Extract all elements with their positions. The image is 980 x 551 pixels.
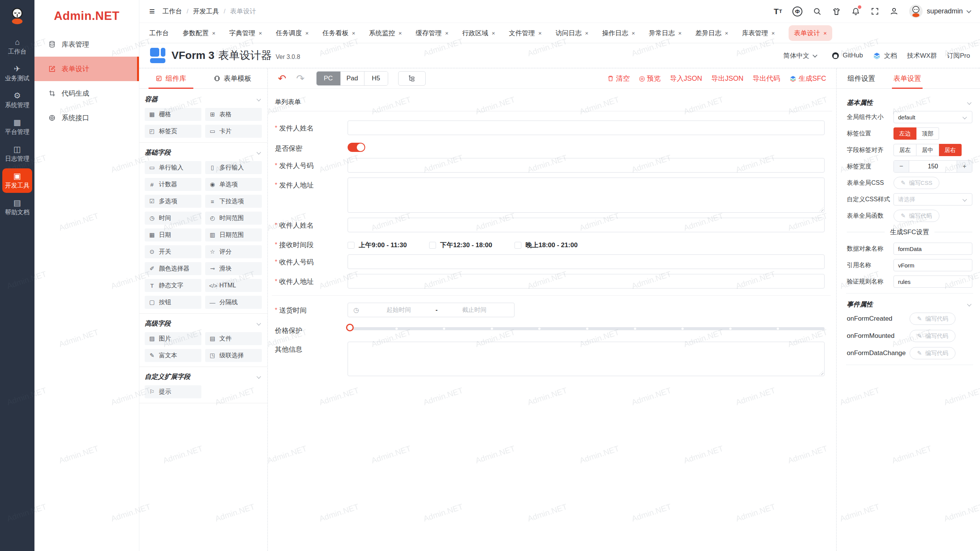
import-json-button[interactable]: 导入JSON: [670, 74, 702, 83]
data-object-name-input[interactable]: formData: [893, 243, 972, 255]
font-size-icon[interactable]: TT: [774, 7, 782, 16]
undo-icon[interactable]: ↶: [278, 73, 286, 83]
ref-name-input[interactable]: vForm: [893, 259, 972, 271]
field-receiver-name[interactable]: *收件人姓名: [275, 218, 831, 232]
close-icon[interactable]: ×: [399, 30, 402, 36]
tab-file-mgmt[interactable]: 文件管理×: [509, 29, 542, 37]
widget-file[interactable]: ▤文件: [205, 332, 262, 345]
github-link[interactable]: GitHub: [831, 52, 863, 60]
tab-system-monitor[interactable]: 系统监控×: [369, 29, 402, 37]
field-receiver-address[interactable]: *收件人地址: [275, 274, 831, 289]
field-sender-address[interactable]: *发件人地址: [275, 178, 831, 213]
section-custom-fields[interactable]: 自定义扩展字段: [145, 368, 262, 385]
widget-tabs[interactable]: ◰标签页: [145, 125, 201, 138]
close-icon[interactable]: ×: [725, 30, 728, 36]
tab-admin-region[interactable]: 行政区域×: [462, 29, 495, 37]
sender-phone-input[interactable]: [348, 158, 825, 173]
receiver-name-input[interactable]: [348, 218, 825, 232]
decrease-button[interactable]: −: [894, 161, 909, 172]
sidebar-item-api[interactable]: 系统接口: [34, 106, 139, 130]
widget-number[interactable]: #计数器: [145, 178, 201, 191]
edit-css-button[interactable]: ✎ 编写CSS: [893, 177, 939, 189]
close-icon[interactable]: ×: [823, 30, 827, 36]
close-icon[interactable]: ×: [352, 30, 355, 36]
edit-code-button[interactable]: ✎ 编写代码: [910, 347, 956, 359]
price-protection-slider[interactable]: [348, 322, 825, 337]
tab-form-settings[interactable]: 表单设置: [893, 68, 921, 88]
export-json-button[interactable]: 导出JSON: [711, 74, 743, 83]
profile-icon[interactable]: [890, 7, 898, 16]
sidebar-item-code-gen[interactable]: 代码生成: [34, 81, 139, 106]
field-price-protection[interactable]: 价格保护: [275, 322, 831, 337]
widget-checkbox[interactable]: ☑多选项: [145, 195, 201, 208]
wx-group-link[interactable]: 技术WX群: [907, 51, 937, 60]
widget-card[interactable]: ▭卡片: [205, 125, 262, 138]
sender-name-input[interactable]: [348, 121, 825, 135]
device-pad-button[interactable]: Pad: [340, 72, 364, 85]
tab-task-board[interactable]: 任务看板×: [322, 29, 355, 37]
tab-component-settings[interactable]: 组件设置: [848, 68, 875, 88]
slider-track[interactable]: [348, 327, 825, 330]
label-position-left-button[interactable]: 左边: [893, 127, 916, 140]
edit-code-button[interactable]: ✎ 编写代码: [893, 210, 939, 222]
tab-workbench[interactable]: 工作台: [149, 29, 169, 37]
field-delivery-time[interactable]: *送货时间 ◷ 起始时间 - 截止时间: [275, 303, 831, 317]
field-sender-phone[interactable]: *发件人号码: [275, 158, 831, 173]
rail-item-dev-tools[interactable]: ▣ 开发工具: [2, 168, 32, 193]
sidebar-item-db-tables[interactable]: 库表管理: [34, 32, 139, 57]
fullscreen-icon[interactable]: [871, 7, 879, 16]
section-basic-props[interactable]: 基本属性: [847, 94, 972, 111]
close-icon[interactable]: ×: [678, 30, 682, 36]
widget-date[interactable]: ▦日期: [145, 228, 201, 241]
field-sender-name[interactable]: *发件人姓名: [275, 121, 831, 135]
generate-sfc-button[interactable]: 生成SFC: [789, 74, 826, 83]
align-center-button[interactable]: 居中: [916, 144, 939, 156]
widget-radio[interactable]: ◉单选项: [205, 178, 262, 191]
tab-op-log[interactable]: 操作日志×: [602, 29, 635, 37]
tab-diff-log[interactable]: 差异日志×: [695, 29, 728, 37]
edit-code-button[interactable]: ✎ 编写代码: [910, 330, 956, 342]
tab-form-templates[interactable]: 表单模板: [214, 68, 252, 88]
subscribe-pro-link[interactable]: 订阅Pro: [947, 51, 970, 60]
checkbox-evening[interactable]: 晚上18:00 - 21:00: [514, 241, 578, 249]
widget-slider[interactable]: ⊸滑块: [205, 262, 262, 275]
widget-html[interactable]: </>HTML: [205, 279, 262, 292]
rail-item-workbench[interactable]: ⌂ 工作台: [2, 34, 32, 59]
receiver-phone-input[interactable]: [348, 254, 825, 269]
tab-db-tables[interactable]: 库表管理×: [742, 29, 775, 37]
widget-switch[interactable]: ⊙开关: [145, 245, 201, 258]
preview-button[interactable]: ◎ 预览: [639, 74, 661, 83]
rail-item-platform-mgmt[interactable]: ▦ 平台管理: [2, 115, 32, 139]
close-icon[interactable]: ×: [305, 30, 309, 36]
close-icon[interactable]: ×: [771, 30, 775, 36]
export-code-button[interactable]: 导出代码: [753, 74, 780, 83]
close-icon[interactable]: ×: [212, 30, 216, 36]
language-select[interactable]: 简体中文: [783, 51, 816, 60]
checkbox-morning[interactable]: 上午9:00 - 11:30: [348, 241, 407, 249]
docs-link[interactable]: 文档: [873, 51, 897, 60]
custom-css-select[interactable]: 请选择: [893, 193, 972, 205]
widget-input[interactable]: ▭单行输入: [145, 161, 201, 174]
sender-address-textarea[interactable]: [348, 178, 825, 213]
collapse-menu-icon[interactable]: ≡: [149, 7, 155, 16]
align-right-button[interactable]: 居右: [939, 144, 962, 156]
widget-divider[interactable]: —分隔线: [205, 296, 262, 309]
section-basic-fields[interactable]: 基础字段: [145, 143, 262, 161]
widget-time-range[interactable]: ◴时间范围: [205, 212, 262, 225]
widget-textarea[interactable]: ▯多行输入: [205, 161, 262, 174]
rail-item-business-test[interactable]: ✈ 业务测试: [2, 61, 32, 86]
widget-button[interactable]: ▢按钮: [145, 296, 201, 309]
field-other-info[interactable]: 其他信息: [275, 342, 831, 376]
user-menu[interactable]: superadmin: [909, 4, 970, 18]
delivery-time-range-picker[interactable]: ◷ 起始时间 - 截止时间: [348, 303, 514, 317]
widget-picture[interactable]: ▨图片: [145, 332, 201, 345]
close-icon[interactable]: ×: [492, 30, 495, 36]
field-receive-period[interactable]: *接收时间段 上午9:00 - 11:30 下午12:30 - 18:00 晚上…: [275, 237, 831, 249]
translate-icon[interactable]: Φ: [792, 7, 802, 16]
tab-component-library[interactable]: 组件库: [155, 68, 186, 88]
widget-time[interactable]: ◷时间: [145, 212, 201, 225]
increase-button[interactable]: +: [957, 161, 972, 172]
search-icon[interactable]: [813, 7, 822, 16]
secret-toggle[interactable]: [348, 143, 365, 152]
device-pc-button[interactable]: PC: [317, 72, 340, 85]
